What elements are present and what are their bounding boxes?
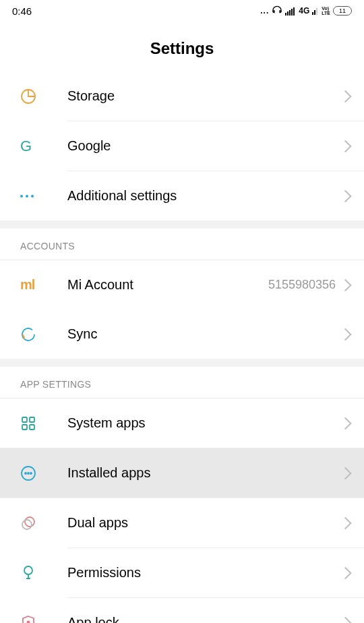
google-icon: G [20, 138, 32, 155]
row-label: Sync [67, 326, 344, 342]
svg-rect-4 [293, 7, 295, 16]
settings-list-accounts: ml Mi Account 5155980356 Sync [0, 260, 364, 359]
sync-icon [20, 326, 36, 343]
chevron-right-icon [344, 566, 352, 580]
row-system-apps[interactable]: System apps [0, 398, 364, 448]
mi-icon: ml [20, 277, 34, 293]
svg-point-15 [28, 473, 29, 474]
svg-rect-11 [22, 425, 27, 429]
svg-point-19 [24, 566, 32, 574]
svg-point-16 [30, 473, 32, 474]
chevron-right-icon [344, 140, 352, 153]
row-label: Permissions [67, 565, 344, 581]
volte-label: Vo)LTE [322, 6, 330, 16]
section-header-accounts: ACCOUNTS [0, 229, 364, 260]
shield-icon [20, 615, 36, 624]
svg-point-14 [25, 473, 26, 474]
apps-icon [20, 465, 36, 481]
page-header: Settings [0, 22, 364, 71]
svg-rect-0 [285, 13, 286, 16]
chevron-right-icon [344, 417, 352, 430]
chevron-right-icon [344, 467, 352, 480]
svg-rect-12 [30, 425, 34, 429]
svg-rect-9 [22, 417, 27, 422]
row-value: 5155980356 [268, 278, 336, 292]
battery-level: 11 [339, 7, 346, 14]
row-label: Google [67, 138, 344, 154]
status-bar: 0:46 ... 4G Vo)LTE 11 [0, 0, 364, 22]
settings-list-top: Storage G Google Additional settings [0, 71, 364, 220]
svg-point-17 [25, 517, 34, 527]
battery-icon: 11 [333, 6, 352, 16]
chevron-right-icon [344, 189, 352, 203]
chevron-right-icon [344, 328, 352, 341]
row-label: App lock [67, 615, 344, 623]
row-label: Mi Account [67, 277, 268, 293]
status-time: 0:46 [12, 5, 32, 17]
row-google[interactable]: G Google [0, 121, 364, 171]
status-icons: ... 4G Vo)LTE 11 [260, 5, 352, 16]
svg-rect-1 [287, 11, 289, 16]
dual-apps-icon [20, 515, 36, 531]
svg-rect-3 [291, 9, 293, 16]
more-icon: ... [260, 6, 269, 16]
storage-icon [20, 88, 36, 105]
chevron-right-icon [344, 90, 352, 103]
row-label: Storage [67, 88, 344, 104]
row-permissions[interactable]: Permissions [0, 548, 364, 597]
row-dual-apps[interactable]: Dual apps [0, 498, 364, 547]
chevron-right-icon [344, 516, 352, 530]
svg-rect-10 [30, 417, 34, 422]
network-label: 4G [299, 6, 309, 16]
signal-icon-2 [312, 7, 319, 15]
row-installed-apps[interactable]: Installed apps [0, 448, 364, 498]
svg-rect-7 [316, 8, 317, 15]
headphones-icon [272, 5, 282, 16]
signal-icon [285, 6, 296, 16]
row-mi-account[interactable]: ml Mi Account 5155980356 [0, 260, 364, 309]
more-horizontal-icon [20, 195, 34, 198]
section-header-app-settings: APP SETTINGS [0, 367, 364, 398]
row-label: Dual apps [67, 515, 344, 531]
chevron-right-icon [344, 278, 352, 292]
grid-icon [20, 415, 36, 432]
svg-point-18 [22, 520, 32, 529]
row-additional-settings[interactable]: Additional settings [0, 171, 364, 220]
row-label: System apps [67, 415, 344, 431]
page-title: Settings [0, 39, 364, 58]
svg-rect-6 [314, 10, 315, 15]
svg-rect-5 [312, 12, 313, 15]
row-label: Installed apps [67, 465, 344, 481]
chevron-right-icon [344, 616, 352, 624]
svg-rect-2 [289, 10, 291, 16]
permissions-icon [20, 565, 36, 581]
row-storage[interactable]: Storage [0, 71, 364, 121]
settings-list-app-settings: System apps Installed apps Dual apps Per… [0, 398, 364, 623]
row-sync[interactable]: Sync [0, 309, 364, 359]
row-label: Additional settings [67, 188, 344, 204]
row-app-lock[interactable]: App lock [0, 598, 364, 623]
